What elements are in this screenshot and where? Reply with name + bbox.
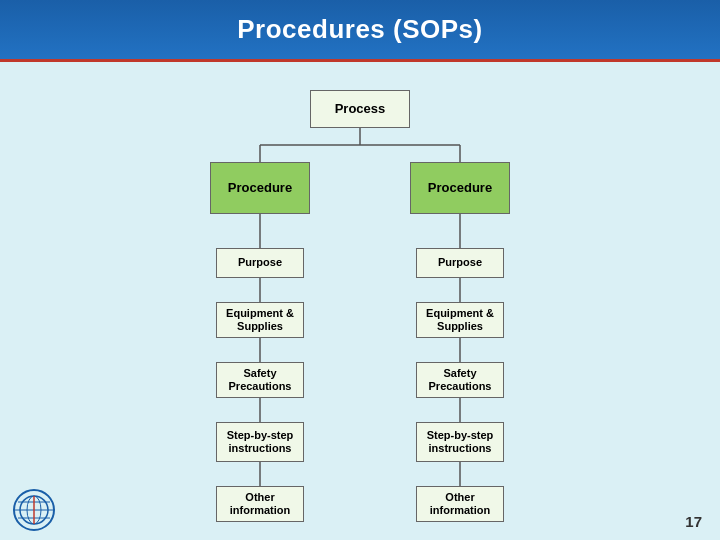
safety-right-node: Safety Precautions bbox=[416, 362, 504, 398]
other-left-node: Other information bbox=[216, 486, 304, 522]
header: Procedures (SOPs) bbox=[0, 0, 720, 62]
procedure-left-node: Procedure bbox=[210, 162, 310, 214]
content-area: Process Procedure Procedure Purpose Equi… bbox=[0, 62, 720, 540]
who-logo bbox=[12, 488, 56, 532]
equipment-right-node: Equipment & Supplies bbox=[416, 302, 504, 338]
tree-diagram: Process Procedure Procedure Purpose Equi… bbox=[120, 80, 600, 530]
safety-left-node: Safety Precautions bbox=[216, 362, 304, 398]
page-number: 17 bbox=[685, 513, 702, 530]
step-left-node: Step-by-step instructions bbox=[216, 422, 304, 462]
equipment-left-node: Equipment & Supplies bbox=[216, 302, 304, 338]
other-right-node: Other information bbox=[416, 486, 504, 522]
page-title: Procedures (SOPs) bbox=[237, 14, 482, 45]
procedure-right-node: Procedure bbox=[410, 162, 510, 214]
step-right-node: Step-by-step instructions bbox=[416, 422, 504, 462]
tree-connectors bbox=[120, 80, 600, 530]
purpose-left-node: Purpose bbox=[216, 248, 304, 278]
process-node: Process bbox=[310, 90, 410, 128]
purpose-right-node: Purpose bbox=[416, 248, 504, 278]
